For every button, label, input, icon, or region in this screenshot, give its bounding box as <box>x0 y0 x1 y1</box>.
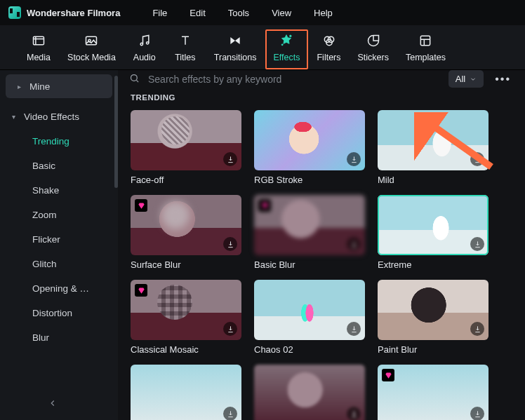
effect-card[interactable]: Paint Blur <box>378 280 489 355</box>
effect-thumbnail[interactable] <box>131 195 241 255</box>
toolbar-stock-media[interactable]: Stock Media <box>59 29 124 69</box>
effect-thumbnail[interactable] <box>378 280 489 340</box>
effect-card[interactable]: Mild <box>378 110 489 185</box>
menu-view[interactable]: View <box>263 8 300 18</box>
effect-thumbnail[interactable] <box>254 280 365 340</box>
download-icon[interactable] <box>223 152 237 166</box>
menu-help[interactable]: Help <box>305 8 341 18</box>
stock-media-icon <box>84 34 98 50</box>
menu-edit[interactable]: Edit <box>181 8 213 18</box>
sidebar-group-mine[interactable]: ▸ Mine <box>6 74 112 98</box>
toolbar-titles[interactable]: Titles <box>165 29 206 69</box>
premium-badge-icon <box>382 369 394 381</box>
download-icon[interactable] <box>470 322 484 336</box>
effect-card[interactable] <box>131 365 241 420</box>
effect-thumbnail[interactable] <box>131 280 241 340</box>
effect-card[interactable]: Chaos 02 <box>254 280 365 355</box>
sidebar-item-glitch[interactable]: Glitch <box>0 252 118 276</box>
effect-label: Face-off <box>131 175 241 185</box>
toolbar-effects[interactable]: Effects <box>265 29 309 69</box>
effect-label: Surface Blur <box>131 259 241 270</box>
sidebar-item-distortion[interactable]: Distortion <box>0 301 118 325</box>
chevron-down-icon <box>470 76 477 83</box>
svg-point-11 <box>131 74 138 81</box>
sidebar: ▸ Mine ▾ Video Effects TrendingBasicShak… <box>0 70 118 420</box>
effect-thumbnail[interactable] <box>254 195 365 255</box>
effect-card[interactable]: Classical Mosaic <box>131 280 241 355</box>
effect-thumbnail[interactable] <box>131 110 241 170</box>
download-icon[interactable] <box>347 152 361 166</box>
sidebar-item-opening-[interactable]: Opening & … <box>0 276 118 301</box>
toolbar-transitions[interactable]: Transitions <box>206 29 265 69</box>
sidebar-item-zoom[interactable]: Zoom <box>0 203 118 227</box>
sidebar-item-trending[interactable]: Trending <box>0 129 118 154</box>
search-icon <box>129 73 140 86</box>
search-input[interactable] <box>148 74 440 85</box>
app-logo-icon <box>8 6 21 19</box>
premium-badge-icon <box>135 199 147 212</box>
effect-thumbnail[interactable] <box>378 365 489 420</box>
premium-badge-icon <box>258 199 271 212</box>
effect-thumbnail[interactable] <box>378 110 489 170</box>
sidebar-group-video-effects[interactable]: ▾ Video Effects <box>0 104 118 129</box>
effect-card[interactable]: RGB Stroke <box>254 110 365 185</box>
download-icon[interactable] <box>223 322 237 336</box>
toolbar-filters[interactable]: Filters <box>308 29 349 69</box>
effect-card[interactable] <box>254 365 365 420</box>
download-icon[interactable] <box>223 407 237 420</box>
effect-label: Classical Mosaic <box>131 344 241 355</box>
media-icon <box>32 34 46 50</box>
sidebar-item-basic[interactable]: Basic <box>0 154 118 178</box>
effect-card[interactable] <box>378 365 489 420</box>
section-heading: TRENDING <box>118 88 525 110</box>
app-title: Wondershare Filmora <box>27 8 120 18</box>
transitions-icon <box>228 34 242 50</box>
effect-label: Extreme <box>378 259 489 270</box>
effect-thumbnail[interactable] <box>131 365 241 420</box>
sidebar-group-label: Mine <box>29 81 50 92</box>
effects-grid: Face-offRGB StrokeMildSurface BlurBasic … <box>118 110 525 420</box>
toolbar-templates[interactable]: Templates <box>397 29 454 69</box>
toolbar-media[interactable]: Media <box>18 29 59 69</box>
sidebar-item-shake[interactable]: Shake <box>0 178 118 203</box>
chevron-down-icon: ▾ <box>10 113 17 121</box>
download-icon[interactable] <box>470 237 484 251</box>
download-icon[interactable] <box>347 237 361 251</box>
templates-icon <box>418 34 432 50</box>
download-icon[interactable] <box>347 407 361 420</box>
filter-dropdown[interactable]: All <box>448 70 484 88</box>
effect-label: Chaos 02 <box>254 344 365 355</box>
menu-file[interactable]: File <box>144 8 175 18</box>
effect-label: Basic Blur <box>254 259 365 270</box>
main-toolbar: MediaStock MediaAudioTitlesTransitionsEf… <box>0 25 525 70</box>
effect-thumbnail[interactable] <box>378 195 489 255</box>
audio-icon <box>138 34 152 50</box>
svg-rect-10 <box>421 36 430 45</box>
toolbar-label: Stickers <box>358 53 389 62</box>
toolbar-stickers[interactable]: Stickers <box>350 29 397 69</box>
sidebar-item-blur[interactable]: Blur <box>0 325 118 350</box>
effect-card[interactable]: Extreme <box>378 195 489 270</box>
stickers-icon <box>366 34 380 50</box>
download-icon[interactable] <box>470 407 484 420</box>
effect-card[interactable]: Face-off <box>131 110 241 185</box>
download-icon[interactable] <box>223 237 237 251</box>
menu-tools[interactable]: Tools <box>220 8 258 18</box>
toolbar-label: Filters <box>317 53 340 62</box>
toolbar-audio[interactable]: Audio <box>124 29 165 69</box>
title-bar: Wondershare Filmora FileEditToolsViewHel… <box>0 0 525 25</box>
svg-rect-0 <box>34 36 44 45</box>
effect-thumbnail[interactable] <box>254 365 365 420</box>
download-icon[interactable] <box>347 322 361 336</box>
effect-thumbnail[interactable] <box>254 110 365 170</box>
download-icon[interactable] <box>470 152 484 166</box>
collapse-sidebar-icon[interactable] <box>48 398 58 410</box>
svg-point-4 <box>146 42 148 44</box>
toolbar-label: Titles <box>175 53 195 62</box>
titles-icon <box>178 34 192 50</box>
more-menu-button[interactable]: ••• <box>492 73 514 86</box>
effect-card[interactable]: Basic Blur <box>254 195 365 270</box>
toolbar-label: Stock Media <box>67 53 116 62</box>
effect-card[interactable]: Surface Blur <box>131 195 241 270</box>
sidebar-item-flicker[interactable]: Flicker <box>0 227 118 252</box>
